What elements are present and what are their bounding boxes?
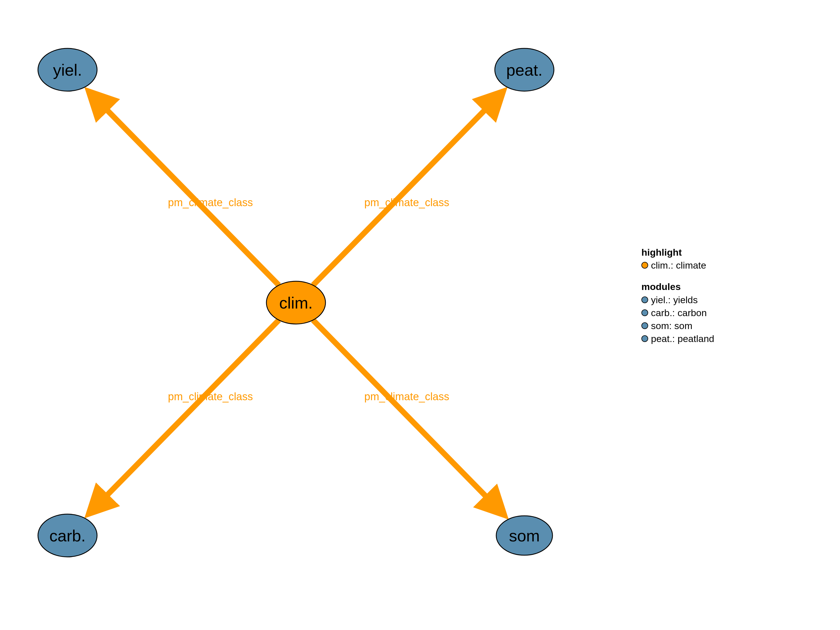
edge-center-tl <box>88 91 279 285</box>
legend-item-label: clim.: climate <box>651 259 706 272</box>
legend-module-item: carb.: carbon <box>641 306 714 319</box>
edge-label: pm_climate_class <box>364 197 449 208</box>
legend-item-label: yiel.: yields <box>651 294 698 306</box>
node-label-bl: carb. <box>49 526 86 545</box>
legend-module-item: yiel.: yields <box>641 294 714 306</box>
edge-center-br <box>313 320 505 516</box>
edge-label: pm_climate_class <box>364 391 449 403</box>
legend: highlight clim.: climate modules yiel.: … <box>641 246 714 345</box>
legend-modules-title: modules <box>641 280 714 293</box>
edge-label: pm_climate_class <box>168 391 253 403</box>
node-label-center: clim. <box>279 294 313 312</box>
legend-highlight-title: highlight <box>641 246 714 259</box>
node-label-tl: yiel. <box>53 61 82 79</box>
legend-dot-icon <box>641 262 648 268</box>
legend-dot-icon <box>641 309 648 316</box>
node-label-tr: peat. <box>506 61 543 79</box>
legend-dot-icon <box>641 335 648 342</box>
legend-item-label: som: som <box>651 319 692 332</box>
legend-item-label: carb.: carbon <box>651 306 707 319</box>
diagram-canvas: clim.yiel.peat.carb.som pm_climate_class… <box>0 0 840 630</box>
legend-module-item: som: som <box>641 319 714 332</box>
legend-dot-icon <box>641 322 648 329</box>
legend-highlight-item: clim.: climate <box>641 259 714 272</box>
edge-center-bl <box>88 320 279 515</box>
legend-item-label: peat.: peatland <box>651 332 714 345</box>
legend-module-item: peat.: peatland <box>641 332 714 345</box>
legend-dot-icon <box>641 297 648 303</box>
node-label-br: som <box>509 526 540 545</box>
edge-center-tr <box>313 91 504 285</box>
edge-label: pm_climate_class <box>168 197 253 208</box>
